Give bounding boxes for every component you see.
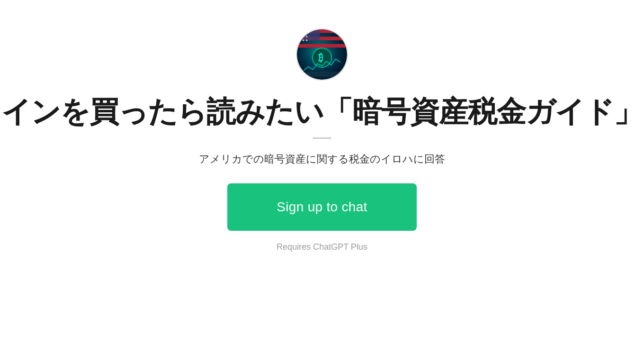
avatar: ★ ★ ★ ★ ★ ★ ₿	[296, 28, 348, 81]
requires-note: Requires ChatGPT Plus	[277, 242, 367, 252]
svg-text:₿: ₿	[318, 52, 323, 63]
svg-rect-3	[297, 29, 347, 33]
svg-rect-13	[306, 72, 338, 77]
svg-text:★ ★ ★: ★ ★ ★	[299, 35, 308, 38]
signup-button[interactable]: Sign up to chat	[227, 183, 417, 231]
page-container: ★ ★ ★ ★ ★ ★ ₿ インを買ったら読みたい「暗号資産税金ガイド」 アメリ…	[0, 0, 644, 362]
svg-rect-5	[297, 44, 347, 48]
subtitle: アメリカでの暗号資産に関する税金のイロハに回答	[199, 152, 445, 166]
page-title: インを買ったら読みたい「暗号資産税金ガイド」	[1, 96, 643, 128]
svg-rect-7	[297, 29, 320, 41]
title-divider	[313, 137, 331, 139]
svg-text:★ ★ ★: ★ ★ ★	[299, 39, 308, 42]
